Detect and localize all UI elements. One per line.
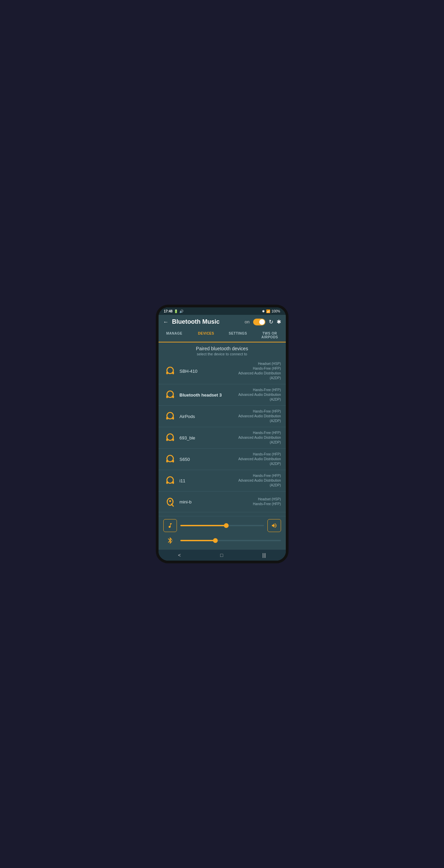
device-item[interactable]: 693_bleHands-Free (HFP)Advanced Audio Di… [159, 427, 286, 449]
section-subtitle: select the device to connect to [164, 352, 280, 356]
bluetooth-volume-row [163, 534, 281, 547]
device-name: AirPods [180, 414, 239, 419]
speaker-icon [271, 523, 277, 529]
headphone-icon [164, 475, 176, 486]
nav-home-button[interactable]: □ [217, 551, 226, 559]
device-profiles: Hands-Free (HFP)Advanced Audio Distribut… [238, 431, 281, 445]
music-note-icon [167, 523, 173, 529]
device-icon-headphone [163, 388, 177, 402]
headphone-icon [164, 453, 176, 465]
device-profiles: Hands-Free (HFP)Advanced Audio Distribut… [238, 388, 281, 402]
device-icon-headphone [163, 474, 177, 487]
music-volume-row [163, 519, 281, 532]
bluetooth-status-icon: ✱ [262, 309, 265, 313]
tab-devices[interactable]: DEVICES [190, 329, 222, 342]
bluetooth-volume-slider[interactable] [180, 540, 281, 541]
section-header: Paired bluetooth devices select the devi… [159, 342, 286, 358]
device-icon-headphone [163, 452, 177, 466]
svg-rect-17 [172, 481, 174, 484]
svg-rect-16 [166, 481, 168, 484]
device-profiles: Headset (HSP)Hands-Free (HFP)Advanced Au… [238, 361, 281, 381]
bottom-controls [159, 516, 286, 550]
status-right: ✱ 📶 100% [262, 309, 280, 313]
svg-rect-1 [166, 372, 168, 374]
svg-rect-11 [172, 438, 174, 441]
nav-bar: < □ ||| [159, 550, 286, 561]
headphone-icon [164, 389, 176, 401]
bluetooth-header-icon[interactable]: ✱ [277, 319, 281, 325]
music-icon-button[interactable] [163, 519, 177, 532]
device-name: Bluetooth headset 3 [180, 392, 239, 398]
device-profiles: Headset (HSP)Hands-Free (HFP) [253, 497, 281, 507]
device-item[interactable]: Bluetooth headset 3Hands-Free (HFP)Advan… [159, 384, 286, 406]
device-name: mini-b [180, 499, 253, 504]
music-volume-slider[interactable] [180, 525, 264, 526]
earphone-icon [164, 496, 176, 508]
headphone-icon [164, 365, 176, 377]
svg-rect-2 [172, 372, 174, 374]
toggle-knob [259, 319, 265, 325]
device-icon-headphone [163, 364, 177, 378]
svg-rect-7 [166, 417, 168, 420]
speaker-volume-button[interactable] [267, 519, 281, 532]
status-time: 17:48 [164, 309, 173, 313]
device-icon-ear [163, 495, 177, 509]
tab-manage[interactable]: MANAGE [159, 329, 191, 342]
device-name: S650 [180, 457, 239, 462]
svg-rect-5 [172, 396, 174, 398]
svg-rect-10 [166, 438, 168, 441]
headphone-icon [164, 411, 176, 422]
bluetooth-toggle[interactable] [253, 319, 265, 325]
nav-back-button[interactable]: < [175, 551, 184, 559]
page-title: Bluetooth Music [172, 318, 242, 325]
device-item[interactable]: SBH-410Headset (HSP)Hands-Free (HFP)Adva… [159, 358, 286, 384]
device-item[interactable]: AirPodsHands-Free (HFP)Advanced Audio Di… [159, 406, 286, 427]
refresh-button[interactable]: ↻ [269, 319, 273, 325]
svg-rect-4 [166, 396, 168, 398]
device-item[interactable]: i11Hands-Free (HFP)Advanced Audio Distri… [159, 470, 286, 492]
device-item[interactable]: S650Hands-Free (HFP)Advanced Audio Distr… [159, 449, 286, 470]
battery-icon: 🔋 [174, 309, 178, 313]
device-name: SBH-410 [180, 369, 239, 374]
battery-percent: 100% [272, 309, 280, 313]
device-profiles: Hands-Free (HFP)Advanced Audio Distribut… [238, 452, 281, 466]
svg-rect-14 [172, 460, 174, 463]
nav-recent-button[interactable]: ||| [259, 551, 269, 559]
section-title: Paired bluetooth devices [164, 346, 280, 351]
volume-icon: 🔊 [179, 309, 183, 313]
bluetooth-volume-icon-box [163, 534, 177, 547]
tab-settings[interactable]: SETTINGS [222, 329, 254, 342]
device-name: i11 [180, 478, 239, 483]
music-slider-thumb [224, 523, 229, 528]
phone-frame: 17:48 🔋 🔊 ✱ 📶 100% ← Bluetooth Music on … [156, 305, 289, 563]
on-label: on [245, 319, 249, 324]
device-profiles: Hands-Free (HFP)Advanced Audio Distribut… [238, 473, 281, 488]
device-profiles: Hands-Free (HFP)Advanced Audio Distribut… [238, 409, 281, 423]
tab-tws-airpods[interactable]: TWS OR AIRPODS [254, 329, 286, 342]
svg-point-20 [169, 500, 171, 502]
headphone-icon [164, 432, 176, 444]
bluetooth-volume-icon [166, 537, 174, 544]
svg-rect-13 [166, 460, 168, 463]
device-item[interactable]: mini-bHeadset (HSP)Hands-Free (HFP) [159, 492, 286, 512]
svg-rect-8 [172, 417, 174, 420]
back-button[interactable]: ← [163, 319, 169, 325]
status-left: 17:48 🔋 🔊 [164, 309, 184, 313]
device-icon-headphone [163, 431, 177, 445]
device-name: 693_ble [180, 435, 239, 440]
status-bar: 17:48 🔋 🔊 ✱ 📶 100% [159, 307, 286, 315]
signal-icon: 📶 [266, 309, 270, 313]
devices-list: SBH-410Headset (HSP)Hands-Free (HFP)Adva… [159, 358, 286, 516]
tab-bar: MANAGE DEVICES SETTINGS TWS OR AIRPODS [159, 329, 286, 342]
bluetooth-slider-thumb [213, 538, 218, 543]
device-item[interactable]: AB Shutter3KEYBOARD [159, 512, 286, 516]
device-icon-headphone [163, 409, 177, 423]
header: ← Bluetooth Music on ↻ ✱ [159, 315, 286, 329]
